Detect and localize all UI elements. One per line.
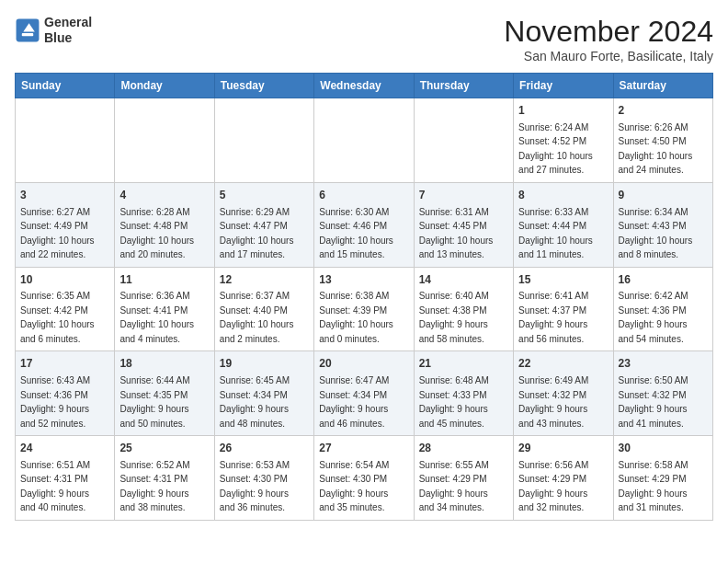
day-number: 14: [419, 272, 508, 288]
day-info: Sunrise: 6:31 AM Sunset: 4:45 PM Dayligh…: [419, 207, 494, 260]
calendar-week-row: 24Sunrise: 6:51 AM Sunset: 4:31 PM Dayli…: [16, 436, 713, 521]
day-info: Sunrise: 6:53 AM Sunset: 4:30 PM Dayligh…: [220, 460, 290, 513]
day-number: 16: [619, 272, 708, 288]
day-info: Sunrise: 6:44 AM Sunset: 4:35 PM Dayligh…: [119, 375, 189, 429]
day-info: Sunrise: 6:54 AM Sunset: 4:30 PM Dayligh…: [319, 460, 389, 513]
day-info: Sunrise: 6:37 AM Sunset: 4:40 PM Dayligh…: [220, 291, 294, 344]
calendar-cell: 3Sunrise: 6:27 AM Sunset: 4:49 PM Daylig…: [16, 182, 115, 267]
day-info: Sunrise: 6:49 AM Sunset: 4:32 PM Dayligh…: [518, 375, 588, 429]
calendar-cell: 26Sunrise: 6:53 AM Sunset: 4:30 PM Dayli…: [214, 436, 313, 521]
calendar-cell: 21Sunrise: 6:48 AM Sunset: 4:33 PM Dayli…: [414, 351, 513, 436]
calendar-cell: 14Sunrise: 6:40 AM Sunset: 4:38 PM Dayli…: [414, 267, 513, 351]
calendar-cell: [16, 98, 115, 183]
svg-rect-2: [22, 33, 33, 36]
title-area: November 2024 San Mauro Forte, Basilicat…: [504, 15, 713, 63]
weekday-header: Thursday: [414, 74, 513, 98]
day-number: 8: [518, 188, 608, 203]
day-number: 28: [419, 441, 508, 456]
calendar-cell: 7Sunrise: 6:31 AM Sunset: 4:45 PM Daylig…: [414, 182, 513, 267]
day-number: 24: [20, 441, 109, 456]
day-number: 25: [119, 441, 209, 456]
calendar-week-row: 17Sunrise: 6:43 AM Sunset: 4:36 PM Dayli…: [16, 351, 713, 436]
day-number: 20: [319, 356, 408, 372]
calendar-cell: 13Sunrise: 6:38 AM Sunset: 4:39 PM Dayli…: [314, 267, 414, 351]
calendar-cell: 27Sunrise: 6:54 AM Sunset: 4:30 PM Dayli…: [314, 436, 414, 521]
day-number: 11: [119, 272, 209, 288]
calendar-table: SundayMondayTuesdayWednesdayThursdayFrid…: [15, 73, 713, 521]
day-info: Sunrise: 6:58 AM Sunset: 4:29 PM Dayligh…: [619, 460, 688, 513]
day-number: 23: [619, 356, 708, 372]
day-info: Sunrise: 6:29 AM Sunset: 4:47 PM Dayligh…: [220, 207, 294, 260]
calendar-cell: 17Sunrise: 6:43 AM Sunset: 4:36 PM Dayli…: [16, 351, 115, 436]
day-info: Sunrise: 6:55 AM Sunset: 4:29 PM Dayligh…: [419, 460, 489, 513]
calendar-cell: 5Sunrise: 6:29 AM Sunset: 4:47 PM Daylig…: [214, 182, 313, 267]
calendar-cell: [414, 98, 513, 183]
calendar-cell: 28Sunrise: 6:55 AM Sunset: 4:29 PM Dayli…: [414, 436, 513, 521]
calendar-week-row: 1Sunrise: 6:24 AM Sunset: 4:52 PM Daylig…: [16, 98, 713, 183]
day-info: Sunrise: 6:43 AM Sunset: 4:36 PM Dayligh…: [20, 375, 90, 429]
day-info: Sunrise: 6:24 AM Sunset: 4:52 PM Dayligh…: [518, 122, 593, 176]
calendar-cell: 1Sunrise: 6:24 AM Sunset: 4:52 PM Daylig…: [514, 98, 613, 183]
day-number: 17: [20, 356, 109, 372]
weekday-header: Friday: [514, 74, 613, 98]
day-number: 10: [20, 272, 109, 288]
day-info: Sunrise: 6:51 AM Sunset: 4:31 PM Dayligh…: [20, 460, 90, 513]
calendar-cell: 12Sunrise: 6:37 AM Sunset: 4:40 PM Dayli…: [214, 267, 313, 351]
day-info: Sunrise: 6:47 AM Sunset: 4:34 PM Dayligh…: [319, 375, 389, 429]
calendar-cell: 10Sunrise: 6:35 AM Sunset: 4:42 PM Dayli…: [16, 267, 115, 351]
day-info: Sunrise: 6:36 AM Sunset: 4:41 PM Dayligh…: [119, 291, 194, 344]
calendar-cell: 24Sunrise: 6:51 AM Sunset: 4:31 PM Dayli…: [16, 436, 115, 521]
calendar-cell: 16Sunrise: 6:42 AM Sunset: 4:36 PM Dayli…: [613, 267, 712, 351]
day-number: 27: [319, 441, 408, 456]
calendar-week-row: 3Sunrise: 6:27 AM Sunset: 4:49 PM Daylig…: [16, 182, 713, 267]
day-number: 1: [518, 103, 608, 119]
day-number: 21: [419, 356, 508, 372]
calendar-week-row: 10Sunrise: 6:35 AM Sunset: 4:42 PM Dayli…: [16, 267, 713, 351]
day-info: Sunrise: 6:26 AM Sunset: 4:50 PM Dayligh…: [619, 122, 693, 176]
day-info: Sunrise: 6:35 AM Sunset: 4:42 PM Dayligh…: [20, 291, 95, 344]
day-info: Sunrise: 6:30 AM Sunset: 4:46 PM Dayligh…: [319, 207, 393, 260]
calendar-header-row: SundayMondayTuesdayWednesdayThursdayFrid…: [16, 74, 713, 98]
day-info: Sunrise: 6:38 AM Sunset: 4:39 PM Dayligh…: [319, 291, 393, 344]
day-number: 15: [518, 272, 608, 288]
logo-text: General Blue: [44, 15, 92, 46]
day-number: 12: [220, 272, 309, 288]
day-info: Sunrise: 6:27 AM Sunset: 4:49 PM Dayligh…: [20, 207, 95, 260]
calendar-cell: 30Sunrise: 6:58 AM Sunset: 4:29 PM Dayli…: [613, 436, 712, 521]
calendar-cell: 20Sunrise: 6:47 AM Sunset: 4:34 PM Dayli…: [314, 351, 414, 436]
location-title: San Mauro Forte, Basilicate, Italy: [504, 49, 713, 63]
day-info: Sunrise: 6:41 AM Sunset: 4:37 PM Dayligh…: [518, 291, 588, 344]
month-title: November 2024: [504, 15, 713, 49]
day-info: Sunrise: 6:42 AM Sunset: 4:36 PM Dayligh…: [619, 291, 688, 344]
day-number: 26: [220, 441, 309, 456]
calendar-cell: [214, 98, 313, 183]
page-header: General Blue November 2024 San Mauro For…: [15, 15, 713, 63]
day-number: 5: [220, 188, 309, 203]
day-number: 7: [419, 188, 508, 203]
day-number: 4: [119, 188, 209, 203]
day-info: Sunrise: 6:40 AM Sunset: 4:38 PM Dayligh…: [419, 291, 489, 344]
weekday-header: Monday: [115, 74, 214, 98]
day-number: 13: [319, 272, 408, 288]
day-number: 22: [518, 356, 608, 372]
day-info: Sunrise: 6:34 AM Sunset: 4:43 PM Dayligh…: [619, 207, 693, 260]
calendar-cell: 18Sunrise: 6:44 AM Sunset: 4:35 PM Dayli…: [115, 351, 214, 436]
weekday-header: Sunday: [16, 74, 115, 98]
calendar-cell: 6Sunrise: 6:30 AM Sunset: 4:46 PM Daylig…: [314, 182, 414, 267]
weekday-header: Tuesday: [214, 74, 313, 98]
calendar-cell: 15Sunrise: 6:41 AM Sunset: 4:37 PM Dayli…: [514, 267, 613, 351]
day-info: Sunrise: 6:28 AM Sunset: 4:48 PM Dayligh…: [119, 207, 194, 260]
calendar-body: 1Sunrise: 6:24 AM Sunset: 4:52 PM Daylig…: [16, 98, 713, 521]
day-number: 6: [319, 188, 408, 203]
logo-icon: [15, 17, 40, 43]
calendar-cell: 25Sunrise: 6:52 AM Sunset: 4:31 PM Dayli…: [115, 436, 214, 521]
day-number: 18: [119, 356, 209, 372]
day-number: 9: [619, 188, 708, 203]
calendar-cell: [115, 98, 214, 183]
day-info: Sunrise: 6:33 AM Sunset: 4:44 PM Dayligh…: [518, 207, 593, 260]
calendar-cell: 2Sunrise: 6:26 AM Sunset: 4:50 PM Daylig…: [613, 98, 712, 183]
weekday-header: Saturday: [613, 74, 712, 98]
day-number: 29: [518, 441, 608, 456]
day-info: Sunrise: 6:45 AM Sunset: 4:34 PM Dayligh…: [220, 375, 290, 429]
calendar-cell: 29Sunrise: 6:56 AM Sunset: 4:29 PM Dayli…: [514, 436, 613, 521]
